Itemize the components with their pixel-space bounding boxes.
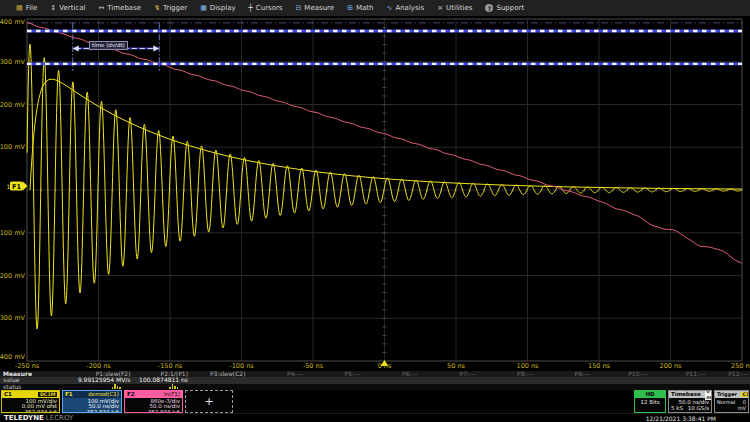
y-axis-label: -200 mV — [0, 272, 26, 280]
trace-box-body: 860e-3/div50.0 ns/div352.834 k# — [125, 398, 182, 413]
file-icon: ▤ — [16, 5, 23, 12]
x-axis-label: 50 ns — [447, 362, 465, 370]
measure-panel: MeasureP1:slew(F2)P2:1/(P1)P3:slew(C2)P4… — [0, 371, 750, 390]
brand-logo: TELEDYNELECROY — [4, 414, 73, 422]
trace-box-header: F2ln(F1) — [125, 391, 182, 398]
trace-id: F1 — [65, 391, 73, 398]
timebase-box[interactable]: Timebase0 ns50.0 ns/div5 kS10 GS/s — [668, 390, 712, 413]
trigger-level: 0 mV — [735, 399, 746, 411]
x-axis-label: 250 ns — [731, 362, 750, 370]
trigger-mode-row: Normal0 mV — [717, 399, 746, 411]
trace-descriptor-bar: C1DC1M100 mV/div0.00 mV ofst352.834 k#F1… — [0, 390, 750, 413]
c1-zero-marker[interactable]: 1 — [7, 183, 11, 190]
oscilloscope-app: ▤File↕Vertical↔Timebase↯Trigger▦Display┼… — [0, 0, 750, 422]
trace-box-header: F1demod(C1) — [63, 391, 121, 398]
hd-badge[interactable]: HD12 Bits — [634, 390, 666, 413]
menu-item-trigger[interactable]: ↯Trigger — [154, 5, 187, 12]
utilities-icon: × — [437, 5, 443, 12]
trace-id: C1 — [4, 391, 12, 398]
measure-icon: ⊟ — [295, 5, 301, 12]
hd-bits: 12 Bits — [635, 398, 665, 406]
trigger-body: Normal0 mVEdgePositive — [715, 398, 748, 413]
clock: 12/21/2021 3:38:41 PM — [646, 414, 716, 422]
menu-item-measure[interactable]: ⊟Measure — [295, 5, 334, 12]
x-axis-label: 150 ns — [588, 362, 611, 370]
x-axis-label: -200 ns — [86, 362, 111, 370]
menu-item-label: Support — [496, 5, 524, 12]
y-axis-label: 100 mV — [0, 143, 26, 151]
trace-box-body: 100 mV/div0.00 mV ofst352.834 k# — [2, 398, 59, 413]
x-axis-label: 0 ns — [378, 362, 392, 370]
x-axis-label: -250 ns — [15, 362, 40, 370]
menu-item-display[interactable]: ▦Display — [200, 5, 235, 12]
trace-box-body: 100 mV/div50.0 ns/div352.834 k# — [63, 398, 121, 413]
brand-teledyne: TELEDYNE — [4, 414, 44, 422]
trigger-title: Trigger — [717, 391, 737, 398]
y-axis-label: -100 mV — [0, 229, 26, 237]
menu-item-label: Math — [356, 5, 374, 12]
menu-bar: ▤File↕Vertical↔Timebase↯Trigger▦Display┼… — [0, 0, 750, 17]
trace-box-f1[interactable]: F1demod(C1)100 mV/div50.0 ns/div352.834 … — [62, 390, 122, 413]
timebase-sampling: 5 kS10 GS/s — [671, 405, 709, 411]
cursor-time-label[interactable]: time (dv/dt) — [89, 41, 128, 50]
menu-item-vertical[interactable]: ↕Vertical — [50, 5, 85, 12]
y-axis-label: 200 mV — [0, 101, 26, 109]
x-axis-label: 100 ns — [517, 362, 540, 370]
menu-item-label: Analysis — [395, 5, 424, 12]
menu-item-label: Trigger — [163, 5, 187, 12]
support-icon: ? — [485, 4, 493, 12]
waveform-display: F11400 mV300 mV200 mV100 mV-100 mV-200 m… — [0, 0, 750, 372]
menu-item-label: Utilities — [446, 5, 472, 12]
x-axis-label: -150 ns — [158, 362, 183, 370]
menu-item-utilities[interactable]: ×Utilities — [437, 5, 472, 12]
trace-box-header: C1DC1M — [2, 391, 59, 398]
menu-item-label: Vertical — [59, 5, 85, 12]
status-bar: TELEDYNELECROY 12/21/2021 3:38:41 PM — [0, 413, 750, 422]
histogram-icon — [112, 384, 121, 389]
y-axis-label: -400 mV — [0, 353, 26, 361]
arrow-left-icon — [73, 45, 79, 51]
trigger-header: TriggerC1DC — [715, 391, 748, 398]
trace-function-label: ln(F1) — [164, 391, 180, 398]
timebase-icon: ↔ — [98, 5, 104, 12]
brand-lecroy: LECROY — [46, 414, 73, 422]
add-trace-button[interactable]: + — [185, 390, 233, 413]
f1-zero-marker-label: F1 — [12, 183, 21, 191]
menu-item-math[interactable]: ⊞Math — [347, 5, 373, 12]
y-axis-label: -300 mV — [0, 314, 26, 322]
menu-item-timebase[interactable]: ↔Timebase — [98, 5, 141, 12]
trace-function-label: demod(C1) — [88, 391, 119, 398]
timebase-header: Timebase0 ns — [669, 391, 711, 398]
menu-item-analysis[interactable]: ∿Analysis — [387, 5, 425, 12]
y-axis-label: 400 mV — [0, 18, 26, 26]
y-axis-label: 300 mV — [0, 58, 26, 66]
trigger-box[interactable]: TriggerC1DCNormal0 mVEdgePositive — [714, 390, 749, 413]
trigger-mode: Normal — [717, 399, 735, 411]
coupling-badge: DC1M — [38, 392, 57, 398]
menu-item-label: Cursors — [256, 5, 283, 12]
histogram-icon — [169, 384, 178, 389]
hd-header: HD — [635, 391, 665, 398]
menu-item-support[interactable]: ?Support — [485, 4, 524, 12]
menu-item-label: File — [26, 5, 38, 12]
arrow-right-icon — [153, 45, 159, 51]
trace-box-f2[interactable]: F2ln(F1)860e-3/div50.0 ns/div352.834 k# — [124, 390, 183, 413]
menu-item-file[interactable]: ▤File — [16, 5, 37, 12]
vertical-icon: ↕ — [50, 5, 56, 12]
menu-item-label: Measure — [304, 5, 334, 12]
display-icon: ▦ — [200, 5, 207, 12]
cursors-icon: ┼ — [249, 5, 253, 12]
trigger-source-badge: C1 — [741, 392, 749, 398]
menu-item-label: Timebase — [107, 5, 141, 12]
trace-id: F2 — [127, 391, 135, 398]
timebase-samples: 5 kS — [671, 405, 683, 411]
menu-item-cursors[interactable]: ┼Cursors — [249, 5, 283, 12]
timebase-rate: 10 GS/s — [688, 405, 709, 411]
timebase-body: 50.0 ns/div5 kS10 GS/s — [669, 398, 711, 412]
trigger-icon: ↯ — [154, 5, 160, 12]
x-axis-label: -50 ns — [303, 362, 324, 370]
trace-box-c1[interactable]: C1DC1M100 mV/div0.00 mV ofst352.834 k# — [1, 390, 60, 413]
x-axis-label: 200 ns — [660, 362, 683, 370]
x-axis-label: -100 ns — [229, 362, 254, 370]
math-icon: ⊞ — [347, 5, 353, 12]
